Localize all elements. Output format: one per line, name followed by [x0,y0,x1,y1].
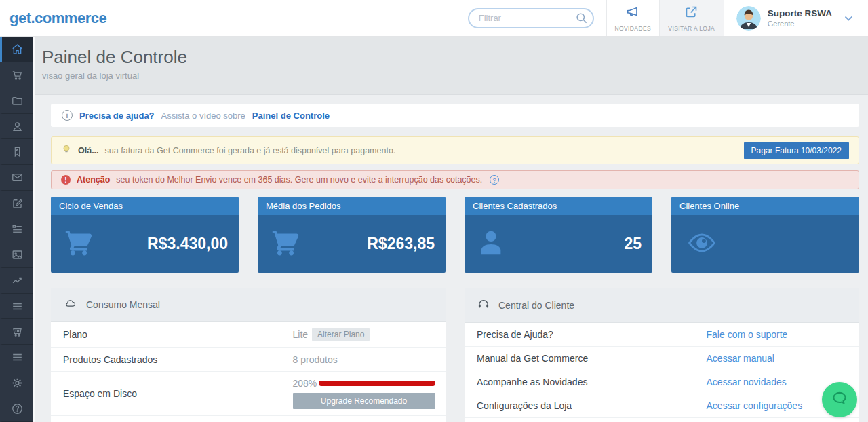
topbar-spacer [203,0,468,36]
cloud-icon [63,297,78,311]
table-row-support: Precisa de Ajuda? Fale com o suporte [465,323,859,347]
warning-icon: ! [61,175,71,185]
change-plan-button[interactable]: Alterar Plano [312,328,370,341]
cart-icon [62,227,97,262]
table-row-manual: Manual da Get Commerce Acessar manual [465,347,859,370]
stat-title: Média dos Pedidos [258,197,446,215]
sidebar-item-media[interactable] [0,242,33,268]
warning-lead: Atenção [77,175,110,185]
visit-store-label: VISITAR A LOJA [668,25,715,32]
help-banner-lead: Precisa de ajuda? [79,111,155,121]
stat-value: 25 [624,235,642,253]
page-subtitle: visão geral da loja virtual [42,71,859,81]
settings-icon [11,377,24,389]
warning-help-icon[interactable]: ? [490,175,499,185]
app-logo[interactable]: get.commerce [0,0,203,36]
menu-lines-icon [11,351,24,364]
stat-card-registered-customers: Clientes Cadastrados 25 [465,197,652,273]
home-icon [11,43,24,56]
invoice-banner: Olá... sua fatura da Get Commerce foi ge… [51,136,859,164]
avatar [736,6,761,31]
invoice-lead: Olá... [78,146,99,155]
sidebar-item-help[interactable] [0,396,33,422]
cart-icon [11,69,24,81]
news-label: NOVIDADES [614,25,651,32]
sidebar-item-menu-1[interactable] [0,294,33,320]
stat-title: Clientes Cadastrados [465,197,652,215]
list-options-icon [11,223,24,235]
client-center-panel: Central do Cliente Precisa de Ajuda? Fal… [465,288,859,422]
sidebar-item-catalog[interactable] [0,88,33,114]
cart-icon [269,227,304,262]
help-banner-link[interactable]: Painel de Controle [252,111,330,121]
sidebar-item-content[interactable] [0,191,33,216]
bookmark-icon [12,146,23,157]
store-cart-icon [11,325,24,338]
warning-text: seu token do Melhor Envio vence em 365 d… [116,175,482,185]
invoice-text: sua fatura da Get Commerce foi gerada e … [105,146,396,155]
images-icon [11,248,24,261]
news-link[interactable]: Acessar novidades [707,377,787,387]
table-row-plan: Plano Lite Alterar Plano [51,322,446,348]
table-row-disk-space: Espaço em Disco 208% Upgrade Recomendado [51,372,446,416]
settings-link[interactable]: Acessar configurações [707,400,803,411]
panel-title: Consumo Mensal [86,299,160,310]
stat-card-sales-cycle: Ciclo de Vendas R$3.430,00 [51,197,239,273]
stat-title: Clientes Online [671,197,859,215]
disk-usage-progress-bar [319,381,435,386]
main-area: Painel de Controle visão geral da loja v… [33,0,868,422]
user-role: Gerente [768,20,832,28]
chat-button[interactable] [822,382,857,417]
stat-card-average-order: Média dos Pedidos R$263,85 [258,197,446,273]
bulb-icon [61,144,72,157]
sidebar-item-messages[interactable] [0,165,33,191]
sidebar-item-store[interactable] [0,319,33,345]
sidebar-item-reports[interactable] [0,268,33,294]
upgrade-button[interactable]: Upgrade Recomendado [293,393,435,409]
warning-banner: ! Atenção seu token do Melhor Envio venc… [51,170,859,189]
visit-store-button[interactable]: VISITAR A LOJA [659,0,724,36]
panel-title: Central do Cliente [498,300,574,311]
eye-icon [682,228,722,261]
folder-icon [11,94,24,107]
stats-row: Ciclo de Vendas R$3.430,00 Média dos Ped… [51,197,859,273]
stat-value: R$3.430,00 [147,235,228,253]
user-menu[interactable]: Suporte RSWA Gerente [724,0,868,36]
stat-card-online-customers: Clientes Online [671,197,859,273]
table-row-settings: Configurações da Loja Acessar configuraç… [465,394,859,418]
support-link[interactable]: Fale com o suporte [707,329,788,340]
disk-usage-value: 208% [293,378,317,389]
news-button[interactable]: NOVIDADES [606,0,659,36]
user-name: Suporte RSWA [768,8,832,18]
megaphone-icon [625,4,640,22]
sidebar-item-dashboard[interactable] [0,37,33,62]
search-icon[interactable] [575,12,588,27]
customers-icon [11,120,24,133]
edit-icon [11,197,24,210]
monthly-consumption-panel: Consumo Mensal Plano Lite Alterar Plano … [51,288,446,422]
stat-value: R$263,85 [367,235,435,253]
sidebar-item-orders[interactable] [0,62,33,88]
sidebar-item-customers[interactable] [0,114,33,140]
info-icon: i [62,110,73,121]
table-row-courses: Quer Aprender Mais? Acesse nossos cursos [465,418,859,422]
pay-invoice-button[interactable]: Pagar Fatura 10/03/2022 [744,142,849,159]
sidebar-item-lists[interactable] [0,216,33,242]
sidebar-item-settings[interactable] [0,370,33,396]
user-icon [475,227,507,262]
chat-bubble-icon [831,389,848,410]
help-banner-text: Assista o vídeo sobre [161,111,245,121]
sidebar-item-marketing[interactable] [0,139,33,165]
headset-icon [477,297,490,313]
chevron-down-icon[interactable] [844,12,853,24]
sidebar-item-menu-2[interactable] [0,345,33,370]
panels-row: Consumo Mensal Plano Lite Alterar Plano … [51,288,859,422]
reports-icon [11,274,24,287]
manual-link[interactable]: Acessar manual [707,353,774,364]
menu-icon [11,300,24,313]
external-link-icon [684,5,698,22]
page-title: Painel de Controle [42,47,859,68]
table-row-pageviews: Pageviews do Mês 80 pageviews [51,416,446,422]
table-row-news: Acompanhe as Novidades Acessar novidades [465,370,859,394]
mail-icon [11,171,24,184]
